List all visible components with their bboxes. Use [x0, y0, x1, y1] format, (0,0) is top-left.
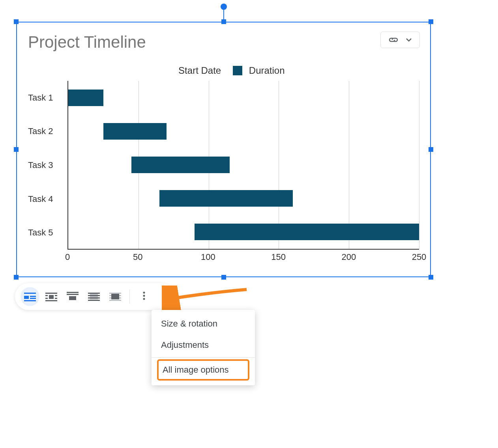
- svg-rect-16: [88, 293, 100, 294]
- svg-rect-11: [45, 300, 57, 301]
- bar-duration: [195, 224, 419, 240]
- y-tick-label: Task 3: [28, 160, 53, 170]
- svg-rect-9: [55, 295, 57, 296]
- gridline: [419, 81, 419, 249]
- legend-item-start-date: Start Date: [162, 65, 221, 76]
- menu-item-size-rotation[interactable]: Size & rotation: [152, 313, 255, 334]
- x-tick-label: 150: [271, 252, 286, 262]
- svg-rect-19: [88, 300, 100, 301]
- svg-rect-3: [30, 298, 36, 299]
- svg-rect-1: [24, 296, 29, 299]
- y-tick-label: Task 1: [28, 93, 53, 103]
- linked-chart-chip[interactable]: [380, 32, 420, 48]
- svg-rect-12: [67, 292, 79, 293]
- svg-rect-6: [49, 295, 54, 299]
- legend-label-duration: Duration: [249, 65, 285, 76]
- more-vert-icon: [143, 291, 145, 302]
- svg-rect-0: [24, 293, 36, 294]
- svg-rect-4: [24, 300, 36, 301]
- bar-duration: [68, 90, 103, 106]
- svg-rect-18: [88, 297, 100, 299]
- chart-selection[interactable]: Project Timeline Start Date Duration Tas…: [16, 22, 431, 277]
- x-axis: 050100150200250: [67, 250, 419, 265]
- menu-separator: [152, 357, 255, 358]
- plot-area: [67, 81, 419, 250]
- resize-handle-e[interactable]: [429, 147, 433, 152]
- bar-duration: [103, 123, 167, 140]
- svg-point-27: [143, 298, 145, 300]
- svg-rect-5: [45, 293, 57, 294]
- wrap-front-button[interactable]: [106, 287, 125, 306]
- resize-handle-w[interactable]: [14, 147, 19, 152]
- svg-rect-20: [109, 293, 121, 294]
- x-tick-label: 250: [412, 252, 427, 262]
- x-tick-label: 200: [341, 252, 356, 262]
- resize-handle-n[interactable]: [221, 19, 226, 24]
- svg-rect-7: [45, 295, 48, 296]
- svg-rect-14: [69, 296, 76, 300]
- chart-plot: Task 1Task 2Task 3Task 4Task 5 050100150…: [28, 81, 419, 265]
- image-options-menu: Size & rotation Adjustments All image op…: [152, 310, 255, 385]
- y-tick-label: Task 5: [28, 228, 53, 238]
- resize-handle-se[interactable]: [429, 275, 433, 280]
- resize-handle-nw[interactable]: [14, 19, 19, 24]
- bar-duration: [159, 190, 293, 207]
- resize-handle-sw[interactable]: [14, 275, 19, 280]
- menu-item-adjustments[interactable]: Adjustments: [152, 334, 255, 356]
- menu-item-all-image-options[interactable]: All image options: [159, 361, 248, 379]
- rotate-connector: [223, 10, 224, 19]
- chart-legend: Start Date Duration: [20, 65, 427, 76]
- resize-handle-ne[interactable]: [429, 19, 433, 24]
- svg-rect-17: [88, 295, 100, 296]
- link-icon: [388, 36, 399, 44]
- wrap-square-button[interactable]: [42, 287, 61, 306]
- wrap-behind-button[interactable]: [84, 287, 103, 306]
- svg-rect-23: [109, 300, 121, 301]
- wrap-break-button[interactable]: [63, 287, 82, 306]
- chart-card[interactable]: Project Timeline Start Date Duration Tas…: [20, 26, 427, 273]
- toolbar-separator: [129, 289, 130, 304]
- svg-rect-13: [67, 294, 79, 295]
- svg-rect-10: [55, 298, 57, 299]
- svg-rect-24: [111, 294, 119, 299]
- more-options-button[interactable]: [135, 287, 154, 306]
- legend-swatch-start-date: [162, 66, 172, 75]
- y-axis: Task 1Task 2Task 3Task 4Task 5: [28, 81, 64, 250]
- image-toolbar: [15, 283, 174, 310]
- svg-rect-2: [30, 296, 36, 297]
- chart-title: Project Timeline: [28, 33, 146, 52]
- y-tick-label: Task 4: [28, 194, 53, 204]
- x-tick-label: 100: [201, 252, 215, 262]
- resize-handle-s[interactable]: [221, 275, 226, 280]
- wrap-inline-button[interactable]: [21, 287, 39, 306]
- svg-point-26: [143, 295, 145, 297]
- bar-duration: [131, 157, 230, 173]
- rotate-handle[interactable]: [221, 4, 227, 10]
- annotation-highlight: All image options: [157, 359, 249, 381]
- y-tick-label: Task 2: [28, 126, 53, 136]
- annotation-arrow: [162, 286, 253, 313]
- x-tick-label: 50: [133, 252, 142, 262]
- legend-item-duration: Duration: [233, 65, 285, 76]
- x-tick-label: 0: [65, 252, 70, 262]
- legend-swatch-duration: [233, 66, 242, 75]
- legend-label-start-date: Start Date: [178, 65, 221, 76]
- svg-point-25: [143, 292, 145, 294]
- svg-rect-8: [45, 298, 48, 299]
- chevron-down-icon: [405, 36, 413, 44]
